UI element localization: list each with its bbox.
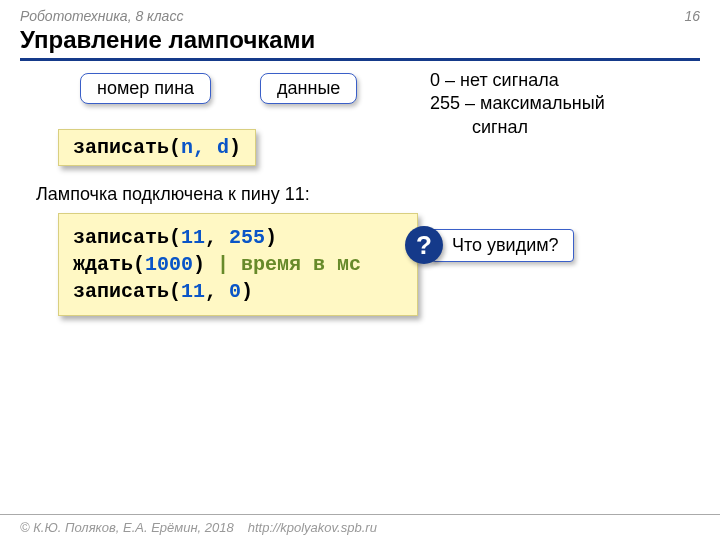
code-line-3: записать(11, 0) [73,278,403,305]
question-callout: ? Что увидим? [405,226,574,264]
page-number: 16 [684,8,700,24]
code-fn: записать [73,136,169,159]
pill-pin-number: номер пина [80,73,211,104]
signal-line-max-a: 255 – максимальный [430,92,605,115]
code-args: n, d [181,136,229,159]
content: номер пина данные 0 – нет сигнала 255 – … [0,61,720,316]
question-mark-icon: ? [405,226,443,264]
code-example-box: записать(11, 255) ждать(1000) | время в … [58,213,418,316]
copyright: © К.Ю. Поляков, Е.А. Ерёмин, 2018 [20,520,234,535]
page-title: Управление лампочками [20,26,700,54]
footer-url: http://kpolyakov.spb.ru [248,520,377,535]
pill-data: данные [260,73,357,104]
question-label: Что увидим? [431,229,574,262]
signal-line-zero: 0 – нет сигнала [430,69,605,92]
paren-open: ( [169,136,181,159]
code-line-2: ждать(1000) | время в мс [73,251,403,278]
title-bar: Управление лампочками [0,26,720,58]
code-line-1: записать(11, 255) [73,224,403,251]
subtext: Лампочка подключена к пину 11: [36,184,690,205]
annotation-row: номер пина данные 0 – нет сигнала 255 – … [30,73,690,123]
code-syntax-box: записать(n, d) [58,129,256,166]
slide-header: Робототехника, 8 класс 16 [0,0,720,26]
paren-close: ) [229,136,241,159]
signal-legend: 0 – нет сигнала 255 – максимальный сигна… [430,69,605,139]
course-label: Робототехника, 8 класс [20,8,183,24]
signal-line-max-b: сигнал [472,116,605,139]
slide-footer: © К.Ю. Поляков, Е.А. Ерёмин, 2018 http:/… [0,514,720,540]
